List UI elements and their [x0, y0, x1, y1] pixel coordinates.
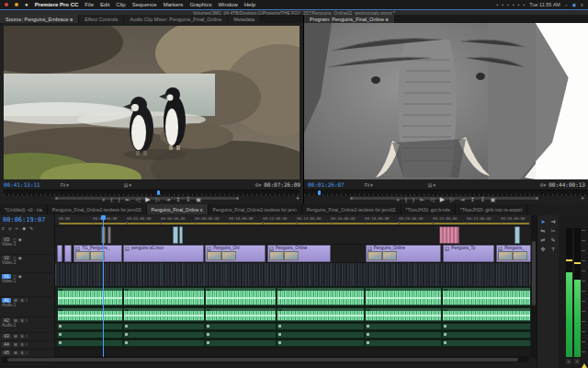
lift-button[interactable]: ↥ — [175, 196, 180, 203]
program-current-timecode[interactable]: 00:01:26:07 — [308, 181, 345, 188]
tab-metadata[interactable]: Metadata — [228, 15, 261, 23]
timeline-settings-icon[interactable]: ✎ — [29, 225, 33, 231]
snap-icon[interactable]: ∪ — [8, 225, 12, 231]
audio-waveform-clip[interactable] — [57, 307, 123, 322]
menu-item-file[interactable]: File — [85, 2, 94, 7]
track-a3[interactable] — [55, 323, 531, 331]
timeline-tab-penguins-final-online2-textless-for-jenn[interactable]: Penguins_Final_Online2-textless for jenn — [209, 204, 302, 214]
v2-clip[interactable] — [57, 245, 62, 262]
audio-clip[interactable] — [57, 331, 123, 339]
track-header-a1[interactable]: A1MS⌇Audio 1 — [0, 297, 55, 317]
timeline-tab-elmost-ed-morbius[interactable]: *Elmost -ed - morbius — [527, 204, 531, 214]
voiceover-mic-icon[interactable]: ⌇ — [26, 318, 28, 323]
audio-clip[interactable] — [277, 331, 365, 339]
hscroll-thumb[interactable] — [7, 358, 518, 362]
audio-waveform-clip[interactable] — [365, 287, 442, 306]
ripple-edit-tool[interactable]: ⇆ — [538, 226, 548, 236]
siri-icon[interactable]: ◉ — [572, 2, 576, 7]
audio-clip[interactable] — [123, 323, 205, 330]
go-to-in-button[interactable]: ⇤ — [125, 196, 130, 203]
timeline-tab-penguins-final-online[interactable]: Penguins_Final_Online ≡ — [147, 204, 209, 214]
mute-button[interactable]: M — [13, 342, 18, 347]
audio-clip[interactable] — [442, 339, 531, 347]
audio-meters-panel[interactable]: s s — [559, 215, 588, 368]
notification-center-icon[interactable]: ≡ — [581, 2, 583, 7]
v2-clip[interactable]: fxPenguins_Onl — [205, 245, 266, 262]
audio-waveform-clip[interactable] — [205, 287, 277, 306]
v3-clip[interactable] — [439, 226, 459, 244]
track-header-v3[interactable]: V3◻◉Video 3 — [0, 236, 55, 255]
work-area-bar[interactable] — [59, 223, 529, 224]
dropbox-icon[interactable]: ▪ — [497, 2, 499, 7]
audio-waveform-clip[interactable] — [123, 287, 205, 306]
menu-item-clip[interactable]: Clip — [116, 2, 125, 7]
tab-audio-clip-mixer-penguins-final-online[interactable]: Audio Clip Mixer: Penguins_Final_Online — [124, 15, 228, 23]
spotlight-search-icon[interactable]: ⌕ — [565, 2, 568, 8]
battery-icon[interactable]: ▪ — [518, 2, 520, 7]
audio-waveform-clip[interactable] — [442, 307, 531, 322]
menu-item-edit[interactable]: Edit — [100, 2, 109, 7]
step-forward-button[interactable]: ▷ — [156, 196, 161, 203]
selection-tool[interactable]: ➤ — [538, 217, 548, 226]
audio-waveform-clip[interactable] — [277, 307, 365, 322]
minimize-window-icon[interactable] — [15, 3, 18, 6]
v2-clip[interactable]: fxPenguins_To — [443, 245, 494, 262]
track-a5[interactable] — [55, 339, 531, 348]
track-v3[interactable] — [55, 226, 531, 245]
apple-menu-icon[interactable]: ● — [25, 2, 28, 7]
solo-left-button[interactable]: s — [566, 359, 571, 364]
audio-clip[interactable] — [57, 339, 123, 347]
track-a4[interactable] — [55, 331, 531, 339]
audio-clip[interactable] — [442, 331, 531, 339]
go-to-in-button[interactable]: ⇤ — [420, 196, 424, 203]
timeline-playhead[interactable] — [103, 215, 104, 357]
timeline-horizontal-scrollbar[interactable] — [2, 357, 529, 362]
program-video-viewer[interactable] — [304, 23, 588, 179]
track-header-v2[interactable]: V2◻◉Video 2 — [0, 255, 55, 273]
audio-clip[interactable] — [277, 323, 365, 330]
menu-item-help[interactable]: Help — [244, 2, 255, 7]
lift-button[interactable]: ↥ — [470, 196, 475, 203]
audio-clip[interactable] — [123, 331, 205, 339]
menu-item-sequence[interactable]: Sequence — [132, 2, 157, 7]
timeline-ruler[interactable]: 00:0000:02:00:0000:04:00:0000:06:00:0000… — [55, 215, 531, 226]
menu-item-graphics[interactable]: Graphics — [189, 2, 211, 7]
source-settings-wrench-icon[interactable]: ⚙▾ — [254, 182, 261, 188]
audio-clip[interactable] — [205, 331, 277, 339]
mark-in-button[interactable]: { — [110, 196, 112, 203]
add-marker-button[interactable]: ⌖ — [102, 196, 105, 203]
solo-right-button[interactable]: s — [574, 359, 580, 364]
toggle-track-output-eye-icon[interactable]: ◉ — [18, 256, 22, 260]
audio-clip[interactable] — [442, 323, 531, 330]
audio-clip[interactable] — [123, 339, 205, 347]
audio-clip[interactable] — [57, 323, 123, 330]
track-header-a2[interactable]: A2MS⌇Audio 2 — [0, 317, 55, 333]
audio-clip[interactable] — [365, 323, 442, 330]
source-button-editor[interactable]: + — [296, 195, 300, 201]
v3-clip[interactable] — [173, 226, 178, 244]
track-header-v1[interactable]: V1◻◉Video 1 — [0, 273, 55, 297]
v2-clip[interactable]: fxPenguins_ — [496, 245, 531, 262]
audio-waveform-clip[interactable] — [123, 307, 205, 322]
audio-waveform-clip[interactable] — [57, 287, 123, 306]
play-button[interactable]: ▶ — [145, 196, 150, 203]
voiceover-mic-icon[interactable]: ⌇ — [26, 351, 28, 355]
track-header-a4[interactable]: A4MS⌇ — [0, 341, 55, 350]
voiceover-mic-icon[interactable]: ⌇ — [26, 298, 28, 303]
step-back-button[interactable]: ◁ — [136, 196, 141, 203]
extract-button[interactable]: ↧ — [481, 196, 485, 203]
close-window-icon[interactable] — [5, 3, 8, 6]
type-tool[interactable]: T — [548, 245, 559, 254]
go-to-out-button[interactable]: ⇥ — [165, 196, 170, 203]
audio-clip[interactable] — [205, 339, 277, 347]
mark-out-button[interactable]: } — [413, 196, 414, 203]
timeline-tab-titusjh20-girls-into-re-export[interactable]: *TitusJH20- girls into re-export — [456, 204, 527, 214]
source-resolution-dropdown[interactable]: ▤▾ — [124, 182, 131, 188]
menu-item-window[interactable]: Window — [218, 2, 237, 7]
solo-button[interactable]: S — [19, 334, 25, 339]
voiceover-mic-icon[interactable]: ⌇ — [26, 334, 28, 339]
add-marker-button[interactable]: ⌖ — [397, 196, 400, 203]
track-v1[interactable] — [55, 263, 531, 287]
solo-button[interactable]: S — [19, 298, 25, 303]
step-forward-button[interactable]: ▷ — [450, 196, 455, 203]
